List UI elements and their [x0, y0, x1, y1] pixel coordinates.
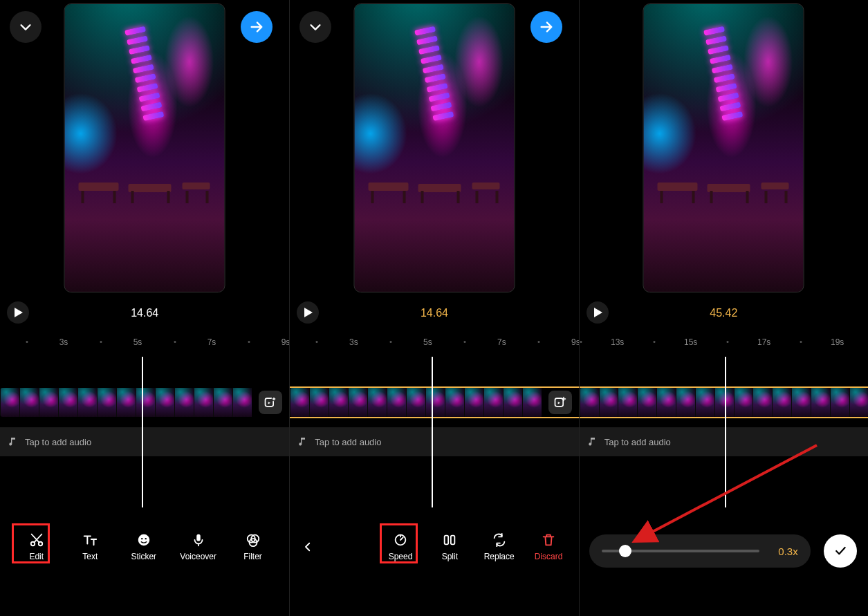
music-icon	[587, 436, 598, 447]
ruler-tick-label: 9s	[281, 337, 290, 347]
confirm-button[interactable]	[824, 534, 857, 568]
edit-toolbar: Speed Split Replace Discard	[290, 526, 578, 568]
tool-label: Voiceover	[180, 552, 216, 561]
next-button[interactable]	[530, 11, 562, 43]
clip-track[interactable]	[0, 388, 289, 417]
playhead[interactable]	[142, 357, 143, 507]
ruler-tick-label: 13s	[611, 337, 624, 347]
add-audio-label: Tap to add audio	[604, 437, 671, 447]
dismiss-button[interactable]	[10, 11, 41, 43]
tool-label: Speed	[389, 552, 413, 561]
tool-label: Edit	[29, 552, 44, 561]
chevron-down-icon	[18, 19, 33, 35]
panel-3: 45.42 13s15s17s19s Tap to add audio 0.3x	[579, 0, 868, 616]
tool-split[interactable]: Split	[432, 532, 467, 561]
clip-track[interactable]	[580, 386, 868, 418]
chevron-down-icon	[308, 19, 323, 35]
add-audio-label: Tap to add audio	[315, 437, 381, 447]
speed-value-label: 0.3x	[770, 545, 798, 557]
add-clip-button[interactable]	[548, 391, 572, 414]
add-clip-icon	[264, 395, 277, 409]
text-icon	[82, 532, 98, 548]
tool-label: Filter	[243, 552, 262, 561]
back-button[interactable]	[295, 541, 320, 553]
clip-track[interactable]	[290, 386, 578, 418]
next-button[interactable]	[241, 11, 273, 43]
tool-voiceover[interactable]: Voiceover	[180, 532, 216, 561]
add-audio-button[interactable]: Tap to add audio	[580, 427, 868, 456]
add-clip-icon	[553, 395, 567, 409]
microphone-icon	[191, 532, 206, 548]
scissors-icon	[29, 532, 44, 548]
ruler-tick-label: 7s	[207, 337, 216, 347]
tool-discard[interactable]: Discard	[531, 532, 566, 561]
sticker-icon	[136, 532, 151, 548]
svg-rect-12	[555, 398, 563, 407]
ruler-tick-label: 15s	[684, 337, 697, 347]
svg-rect-14	[445, 536, 449, 545]
tool-label: Discard	[535, 552, 563, 561]
tool-label: Text	[82, 552, 98, 561]
add-audio-label: Tap to add audio	[25, 437, 91, 447]
speed-slider-thumb[interactable]	[619, 545, 631, 557]
arrow-right-icon	[539, 19, 554, 35]
speed-icon	[393, 532, 408, 548]
time-label: 14.64	[0, 307, 289, 319]
main-toolbar: Edit Text Sticker Voiceover Filter	[0, 526, 289, 568]
video-preview[interactable]	[64, 3, 225, 292]
svg-rect-15	[451, 536, 455, 545]
tool-label: Split	[442, 552, 458, 561]
svg-point-5	[138, 534, 150, 546]
svg-line-17	[649, 445, 817, 534]
split-icon	[442, 532, 457, 548]
speed-slider-track[interactable]	[602, 550, 759, 552]
time-label: 14.64	[290, 307, 578, 319]
ruler-tick-label: 3s	[59, 337, 68, 347]
music-icon	[7, 436, 18, 447]
ruler-tick-label: 17s	[757, 337, 770, 347]
speed-slider-bar: 0.3x	[589, 534, 811, 568]
filter-icon	[246, 532, 261, 548]
ruler-tick-label: 19s	[831, 337, 844, 347]
ruler-tick-label: 7s	[497, 337, 506, 347]
tool-text[interactable]: Text	[73, 532, 107, 561]
timeline-ruler[interactable]: 3s5s7s9s	[290, 337, 578, 353]
tool-replace[interactable]: Replace	[482, 532, 517, 561]
ruler-tick-label: 5s	[133, 337, 142, 347]
playhead[interactable]	[725, 357, 726, 507]
svg-rect-8	[196, 534, 201, 541]
check-icon	[833, 544, 847, 558]
svg-point-7	[145, 538, 146, 539]
music-icon	[297, 436, 308, 447]
ruler-tick-label: 3s	[349, 337, 358, 347]
video-preview[interactable]	[643, 3, 804, 292]
ruler-tick-label: 5s	[423, 337, 432, 347]
ruler-tick-label: 9s	[571, 337, 579, 347]
tool-label: Replace	[484, 552, 515, 561]
panel-2: 14.64 3s5s7s9s Tap to add audio Speed	[289, 0, 578, 616]
tool-label: Sticker	[131, 552, 156, 561]
chevron-left-icon	[302, 541, 314, 553]
playhead[interactable]	[432, 357, 433, 507]
dismiss-button[interactable]	[299, 11, 331, 43]
tool-sticker[interactable]: Sticker	[127, 532, 161, 561]
svg-point-6	[141, 538, 142, 539]
tool-filter[interactable]: Filter	[236, 532, 270, 561]
timeline-ruler[interactable]: 3s5s7s9s	[0, 337, 289, 353]
add-clip-button[interactable]	[259, 391, 282, 414]
time-label: 45.42	[580, 307, 868, 319]
replace-icon	[492, 532, 507, 548]
video-preview[interactable]	[353, 3, 515, 292]
arrow-right-icon	[249, 19, 264, 35]
add-audio-button[interactable]: Tap to add audio	[0, 427, 289, 456]
trash-icon	[541, 532, 556, 548]
add-audio-button[interactable]: Tap to add audio	[290, 427, 578, 456]
timeline-ruler[interactable]: 13s15s17s19s	[580, 337, 868, 353]
tool-speed[interactable]: Speed	[383, 532, 418, 561]
tool-edit[interactable]: Edit	[19, 532, 54, 561]
panel-1: 14.64 3s5s7s9s Tap to add audio	[0, 0, 289, 616]
